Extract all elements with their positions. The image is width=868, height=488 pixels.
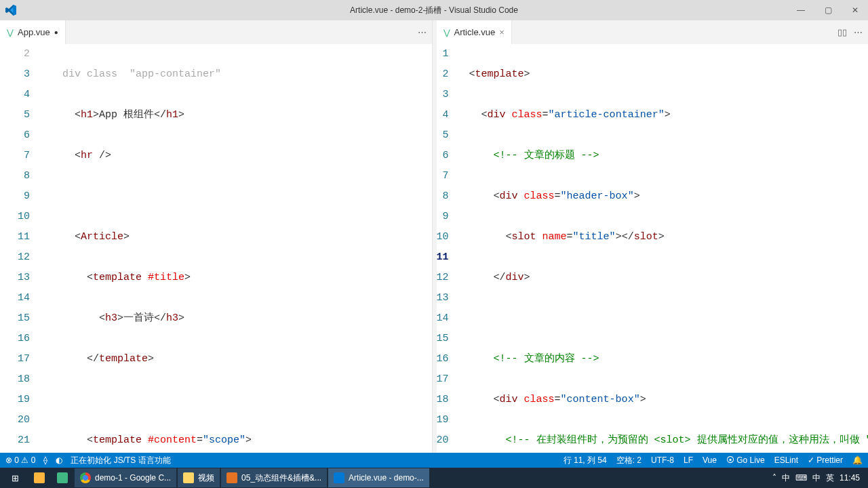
taskbar-label: demo-1 - Google C... xyxy=(95,473,171,483)
line-numbers-left: 2345678910111213141516171819202122 xyxy=(0,44,42,453)
ime-indicator[interactable]: 中 xyxy=(782,472,790,484)
vscode-logo-icon xyxy=(5,5,16,16)
taskbar-label: 05_动态组件&插槽&... xyxy=(241,472,321,484)
more-icon[interactable]: ⋯ xyxy=(418,27,427,37)
taskbar-vscode[interactable]: Article.vue - demo-... xyxy=(328,468,429,487)
editor-left-pane: ⋁ App.vue ● ⋯ 23456789101112131415161718… xyxy=(0,20,433,453)
loading-icon: ◐ xyxy=(56,455,62,465)
ime-en[interactable]: 英 xyxy=(826,472,834,484)
language-status[interactable]: Vue xyxy=(703,455,717,465)
taskbar-powerpoint[interactable]: 05_动态组件&插槽&... xyxy=(221,468,327,487)
status-bar: ⊗ 0 ⚠ 0 ⟠ ◐ 正在初始化 JS/TS 语言功能 行 11, 列 54 … xyxy=(0,453,868,468)
indent-status[interactable]: 空格: 2 xyxy=(616,455,642,466)
comment: <!-- 文章的标题 --> xyxy=(494,150,599,161)
eol-status[interactable]: LF xyxy=(684,455,693,465)
tab-bar-right: ⋁ Article.vue × ▯▯ ⋯ xyxy=(437,20,869,44)
comment: <!-- 文章的内容 --> xyxy=(494,353,599,365)
taskbar-label: 视频 xyxy=(198,472,214,484)
port-icon[interactable]: ⟠ xyxy=(43,455,47,465)
text: 一首诗 xyxy=(123,312,154,324)
keyboard-icon[interactable]: ⌨ xyxy=(795,473,807,483)
more-icon[interactable]: ⋯ xyxy=(854,27,863,37)
line-numbers-right: 123456789101112131415161718192021 xyxy=(437,44,461,453)
ime-ch[interactable]: 中 xyxy=(812,472,821,484)
editor-right-pane: ⋁ Article.vue × ▯▯ ⋯ 1234567891011121314… xyxy=(437,20,869,453)
taskbar-label: Article.vue - demo-... xyxy=(349,473,424,483)
vue-file-icon: ⋁ xyxy=(7,28,14,37)
close-icon[interactable]: ✕ xyxy=(848,5,863,15)
bell-icon[interactable]: 🔔 xyxy=(852,455,863,465)
taskbar-chrome[interactable]: demo-1 - Google C... xyxy=(75,468,176,487)
taskbar-app[interactable] xyxy=(28,468,50,487)
taskbar-app[interactable] xyxy=(52,468,73,487)
windows-taskbar: ⊞ demo-1 - Google C... 视频 05_动态组件&插槽&...… xyxy=(0,468,868,488)
problems-status[interactable]: ⊗ 0 ⚠ 0 xyxy=(5,455,35,465)
eslint-status[interactable]: ESLint xyxy=(774,455,798,465)
attr-val: "title" xyxy=(573,231,616,243)
cursor-position[interactable]: 行 11, 列 54 xyxy=(564,455,607,466)
code-right[interactable]: <template> <div class="article-container… xyxy=(461,44,868,453)
tab-label: Article.vue xyxy=(454,27,496,37)
tray-up-icon[interactable]: ˄ xyxy=(772,473,776,483)
tab-dirty-dot-icon: ● xyxy=(54,28,58,36)
split-layout-icon[interactable]: ▯▯ xyxy=(837,27,847,37)
prettier-status[interactable]: ✓ Prettier xyxy=(808,455,843,465)
attr-val: "article-container" xyxy=(549,109,665,121)
attr-val: "content-box" xyxy=(561,394,640,405)
tab-app-vue[interactable]: ⋁ App.vue ● xyxy=(0,20,66,44)
attr-val: "scope" xyxy=(203,434,245,446)
tab-article-vue[interactable]: ⋁ Article.vue × xyxy=(437,20,512,44)
code-left[interactable]: div class "app-container" <h1>App 根组件</h… xyxy=(42,44,432,453)
editor-right[interactable]: 123456789101112131415161718192021 <templ… xyxy=(437,44,869,453)
window-title: Article.vue - demo-2-插槽 - Visual Studio … xyxy=(350,5,518,16)
taskbar-explorer[interactable]: 视频 xyxy=(178,468,220,487)
comment: <!-- 在封装组件时，为预留的 <slot> 提供属性对应的值，这种用法，叫做… xyxy=(506,434,868,446)
tab-bar-left: ⋁ App.vue ● ⋯ xyxy=(0,20,432,44)
encoding-status[interactable]: UTF-8 xyxy=(651,455,674,465)
attr-val: "header-box" xyxy=(561,190,634,202)
text: App 根组件 xyxy=(99,109,154,121)
tab-close-icon[interactable]: × xyxy=(499,27,505,37)
window-titlebar: Article.vue - demo-2-插槽 - Visual Studio … xyxy=(0,0,868,20)
maximize-icon[interactable]: ▢ xyxy=(821,5,835,15)
init-status: 正在初始化 JS/TS 语言功能 xyxy=(71,455,170,466)
go-live-button[interactable]: ⦿ Go Live xyxy=(726,455,765,465)
start-button[interactable]: ⊞ xyxy=(3,468,27,487)
vue-file-icon: ⋁ xyxy=(443,28,450,37)
tab-label: App.vue xyxy=(18,27,50,37)
minimize-icon[interactable]: — xyxy=(793,5,808,15)
editor-left[interactable]: 2345678910111213141516171819202122 div c… xyxy=(0,44,432,453)
clock[interactable]: 11:45 xyxy=(840,473,860,483)
